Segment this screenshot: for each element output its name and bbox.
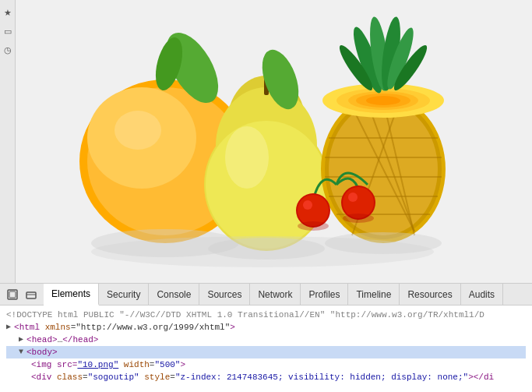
code-line-div: <div class="sogoutip" style="z-index: 21… (6, 371, 526, 383)
tab-sources[interactable]: Sources (199, 284, 250, 305)
main-content-area: ★ ▭ ◷ (0, 0, 532, 283)
code-line-head: ▶ <head>…</head> (6, 334, 526, 346)
devtools-toolbar: Elements Security Console Sources Networ… (0, 284, 532, 305)
tab-security[interactable]: Security (99, 284, 149, 305)
line-text: <!DOCTYPE html PUBLIC "-//W3C//DTD XHTML… (6, 309, 484, 321)
code-line-img: <img src="10.png" width="500"> (6, 358, 526, 371)
tab-profiles[interactable]: Profiles (301, 284, 348, 305)
tab-audits[interactable]: Audits (461, 284, 503, 305)
svg-point-48 (91, 236, 434, 267)
collapse-arrow[interactable]: ▼ (19, 346, 23, 358)
expand-arrow[interactable]: ▶ (19, 334, 23, 346)
svg-point-4 (115, 111, 161, 150)
bookmark-icon[interactable]: ▭ (2, 25, 14, 37)
code-line-body: ▼ <body> (6, 346, 526, 358)
tab-network[interactable]: Network (250, 284, 301, 305)
fruit-illustration (72, 9, 461, 274)
svg-point-47 (343, 214, 374, 223)
line-text: <html xmlns="http://www.w3.org/1999/xhtm… (14, 321, 235, 334)
line-text: <img src="10.png" width="500"> (31, 358, 185, 371)
code-line-html: ▶ <html xmlns="http://www.w3.org/1999/xh… (6, 321, 526, 334)
tab-timeline[interactable]: Timeline (348, 284, 400, 305)
code-line-doctype: <!DOCTYPE html PUBLIC "-//W3C//DTD XHTML… (6, 309, 526, 321)
tab-elements[interactable]: Elements (44, 284, 99, 305)
star-icon[interactable]: ★ (2, 6, 14, 19)
browser-sidebar: ★ ▭ ◷ (0, 0, 16, 283)
svg-point-45 (348, 192, 358, 202)
svg-rect-50 (9, 291, 16, 298)
history-icon[interactable]: ◷ (2, 44, 14, 56)
svg-rect-51 (26, 292, 36, 298)
devtools-tabs: Elements Security Console Sources Networ… (44, 284, 503, 305)
svg-point-46 (298, 221, 329, 231)
svg-point-12 (225, 126, 269, 189)
console-drawer-button[interactable] (22, 285, 41, 304)
line-text: <head>…</head> (26, 334, 98, 346)
line-text: <div class="sogoutip" style="z-index: 21… (31, 371, 494, 383)
tab-resources[interactable]: Resources (400, 284, 460, 305)
svg-point-42 (303, 200, 312, 210)
svg-point-32 (366, 96, 400, 105)
expand-arrow[interactable]: ▶ (6, 321, 11, 334)
line-text: <body> (26, 346, 58, 358)
devtools-code-view: <!DOCTYPE html PUBLIC "-//W3C//DTD XHTML… (0, 305, 532, 392)
tab-console[interactable]: Console (149, 284, 199, 305)
inspect-element-button[interactable] (3, 285, 22, 304)
devtools-panel: Elements Security Console Sources Networ… (0, 283, 532, 392)
